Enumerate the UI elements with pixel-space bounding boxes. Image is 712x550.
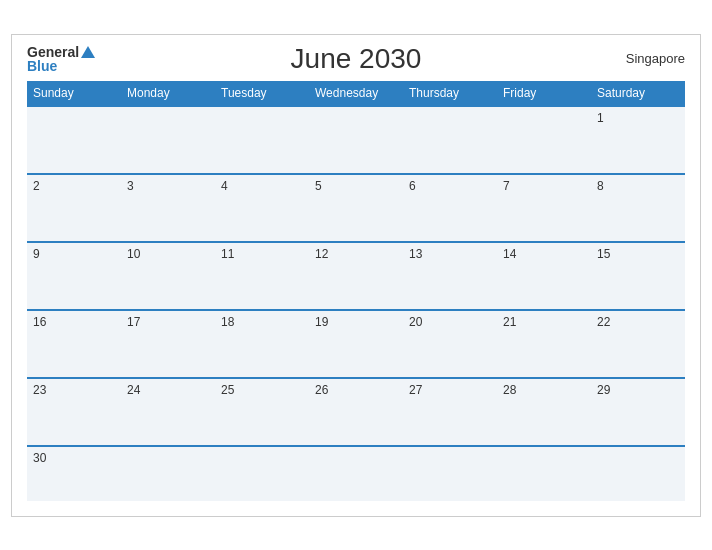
calendar-cell: 24 — [121, 378, 215, 446]
calendar-cell — [215, 106, 309, 174]
day-number: 2 — [33, 179, 40, 193]
calendar-week-row: 1 — [27, 106, 685, 174]
calendar-cell: 12 — [309, 242, 403, 310]
day-number: 9 — [33, 247, 40, 261]
logo-triangle-icon — [81, 46, 95, 58]
day-number: 24 — [127, 383, 140, 397]
calendar-cell — [309, 106, 403, 174]
logo-general-text: General — [27, 45, 79, 59]
day-number: 18 — [221, 315, 234, 329]
calendar-cell: 5 — [309, 174, 403, 242]
day-number: 25 — [221, 383, 234, 397]
day-number: 21 — [503, 315, 516, 329]
calendar-cell: 14 — [497, 242, 591, 310]
weekday-sunday: Sunday — [27, 81, 121, 106]
calendar-cell — [497, 106, 591, 174]
calendar-cell: 18 — [215, 310, 309, 378]
weekday-header-row: SundayMondayTuesdayWednesdayThursdayFrid… — [27, 81, 685, 106]
calendar-cell — [121, 106, 215, 174]
calendar-grid: SundayMondayTuesdayWednesdayThursdayFrid… — [27, 81, 685, 501]
calendar-cell: 30 — [27, 446, 121, 501]
day-number: 4 — [221, 179, 228, 193]
weekday-saturday: Saturday — [591, 81, 685, 106]
calendar-cell — [497, 446, 591, 501]
logo-blue-text: Blue — [27, 59, 57, 73]
logo: General Blue — [27, 45, 95, 73]
day-number: 13 — [409, 247, 422, 261]
calendar-cell: 29 — [591, 378, 685, 446]
calendar-cell: 17 — [121, 310, 215, 378]
calendar-week-row: 30 — [27, 446, 685, 501]
day-number: 15 — [597, 247, 610, 261]
calendar-week-row: 2345678 — [27, 174, 685, 242]
day-number: 29 — [597, 383, 610, 397]
calendar-container: General Blue June 2030 Singapore SundayM… — [11, 34, 701, 517]
calendar-cell — [121, 446, 215, 501]
weekday-friday: Friday — [497, 81, 591, 106]
calendar-cell — [27, 106, 121, 174]
calendar-cell: 2 — [27, 174, 121, 242]
calendar-cell: 21 — [497, 310, 591, 378]
day-number: 7 — [503, 179, 510, 193]
day-number: 12 — [315, 247, 328, 261]
day-number: 14 — [503, 247, 516, 261]
calendar-cell — [591, 446, 685, 501]
day-number: 11 — [221, 247, 234, 261]
day-number: 17 — [127, 315, 140, 329]
calendar-cell: 22 — [591, 310, 685, 378]
calendar-cell: 25 — [215, 378, 309, 446]
calendar-cell: 10 — [121, 242, 215, 310]
calendar-cell: 4 — [215, 174, 309, 242]
calendar-cell: 26 — [309, 378, 403, 446]
day-number: 1 — [597, 111, 604, 125]
calendar-cell: 9 — [27, 242, 121, 310]
calendar-cell: 6 — [403, 174, 497, 242]
calendar-cell: 8 — [591, 174, 685, 242]
calendar-cell: 16 — [27, 310, 121, 378]
day-number: 16 — [33, 315, 46, 329]
day-number: 27 — [409, 383, 422, 397]
day-number: 20 — [409, 315, 422, 329]
calendar-cell: 11 — [215, 242, 309, 310]
calendar-cell: 28 — [497, 378, 591, 446]
calendar-cell: 19 — [309, 310, 403, 378]
calendar-cell: 20 — [403, 310, 497, 378]
calendar-cell: 7 — [497, 174, 591, 242]
day-number: 6 — [409, 179, 416, 193]
day-number: 30 — [33, 451, 46, 465]
day-number: 26 — [315, 383, 328, 397]
calendar-header: General Blue June 2030 Singapore — [27, 45, 685, 73]
weekday-tuesday: Tuesday — [215, 81, 309, 106]
calendar-cell — [215, 446, 309, 501]
calendar-cell: 23 — [27, 378, 121, 446]
calendar-week-row: 23242526272829 — [27, 378, 685, 446]
day-number: 5 — [315, 179, 322, 193]
weekday-wednesday: Wednesday — [309, 81, 403, 106]
calendar-cell — [403, 446, 497, 501]
weekday-monday: Monday — [121, 81, 215, 106]
day-number: 3 — [127, 179, 134, 193]
day-number: 23 — [33, 383, 46, 397]
day-number: 8 — [597, 179, 604, 193]
calendar-week-row: 9101112131415 — [27, 242, 685, 310]
day-number: 28 — [503, 383, 516, 397]
calendar-cell — [403, 106, 497, 174]
calendar-title: June 2030 — [291, 43, 422, 75]
day-number: 22 — [597, 315, 610, 329]
day-number: 19 — [315, 315, 328, 329]
weekday-thursday: Thursday — [403, 81, 497, 106]
calendar-cell — [309, 446, 403, 501]
calendar-location: Singapore — [626, 51, 685, 66]
calendar-cell: 13 — [403, 242, 497, 310]
calendar-cell: 3 — [121, 174, 215, 242]
calendar-cell: 15 — [591, 242, 685, 310]
calendar-cell: 27 — [403, 378, 497, 446]
day-number: 10 — [127, 247, 140, 261]
calendar-cell: 1 — [591, 106, 685, 174]
calendar-week-row: 16171819202122 — [27, 310, 685, 378]
